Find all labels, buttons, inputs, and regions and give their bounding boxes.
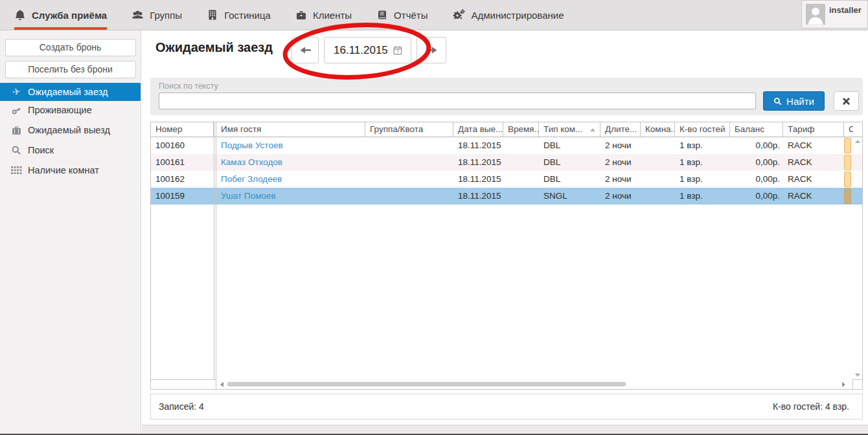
cell-number: 100160 xyxy=(151,137,214,154)
cell-duration: 2 ночи xyxy=(600,171,641,188)
column-header-status[interactable]: С xyxy=(844,122,853,137)
column-header-guest-name[interactable]: Имя гостя xyxy=(216,122,365,137)
cell-status xyxy=(844,137,853,154)
column-header-group-quota[interactable]: Группа/Квота xyxy=(365,122,453,137)
app-window: Служба приёма Группы Гостиница Клиенты О… xyxy=(0,0,868,435)
cell-room xyxy=(641,154,675,171)
find-button[interactable]: Найти xyxy=(763,91,825,111)
bell-icon xyxy=(14,9,26,21)
cell-departure-date: 18.11.2015 xyxy=(453,171,503,188)
cell-group-quota xyxy=(365,171,453,188)
scroll-down-arrow-icon[interactable] xyxy=(855,374,860,377)
column-header-departure-date[interactable]: Дата вые... xyxy=(453,122,503,137)
status-color-chip xyxy=(844,155,851,170)
sidebar-item-label: Наличие комнат xyxy=(28,165,99,175)
key-icon xyxy=(10,104,22,116)
building-icon xyxy=(207,9,218,21)
horizontal-scroll-thumb[interactable] xyxy=(227,382,626,386)
clear-search-button[interactable] xyxy=(834,91,859,111)
cell-time xyxy=(503,154,539,171)
cell-guest-name[interactable]: Подрыв Устоев xyxy=(216,137,365,154)
table-row[interactable]: 100160 Подрыв Устоев 18.11.2015 DBL 2 но… xyxy=(151,137,862,154)
nav-item-groups[interactable]: Группы xyxy=(131,0,182,30)
avatar xyxy=(806,4,825,25)
nav-item-hotel[interactable]: Гостиница xyxy=(207,0,271,30)
horizontal-scrollbar[interactable] xyxy=(151,379,862,389)
cell-guest-count: 1 взр. xyxy=(675,154,730,171)
guests-total: К-во гостей: 4 взр. xyxy=(773,401,849,412)
cell-balance: 0,00р. xyxy=(730,137,783,154)
vertical-scrollbar[interactable] xyxy=(853,137,862,379)
cell-number: 100162 xyxy=(151,171,214,188)
top-navigation-bar: Служба приёма Группы Гостиница Клиенты О… xyxy=(0,0,868,30)
cell-departure-date: 18.11.2015 xyxy=(453,188,503,205)
cell-room-type: DBL xyxy=(539,154,600,171)
next-day-button[interactable] xyxy=(417,37,446,63)
svg-text:7: 7 xyxy=(396,49,399,54)
sidebar-item-label: Ожидаемый заезд xyxy=(28,87,108,97)
cell-guest-name[interactable]: Камаз Отходов xyxy=(216,154,365,171)
table-row[interactable]: 100161 Камаз Отходов 18.11.2015 DBL 2 но… xyxy=(151,154,862,171)
cell-balance: 0,00р. xyxy=(730,154,783,171)
column-header-balance[interactable]: Баланс xyxy=(730,122,783,137)
table-row-selected[interactable]: 100159 Ушат Помоев 18.11.2015 SNGL 2 ноч… xyxy=(151,188,862,205)
cell-guest-name[interactable]: Побег Злодеев xyxy=(216,171,365,188)
table-row[interactable]: 100162 Побег Злодеев 18.11.2015 DBL 2 но… xyxy=(151,171,862,188)
cell-guest-name[interactable]: Ушат Помоев xyxy=(216,188,365,205)
nav-item-clients[interactable]: Клиенты xyxy=(295,0,352,30)
nav-item-label: Администрирование xyxy=(471,10,564,21)
cell-room-type: DBL xyxy=(539,137,600,154)
bottom-strip xyxy=(142,425,868,434)
nav-item-reception[interactable]: Служба приёма xyxy=(14,0,107,30)
previous-day-button[interactable] xyxy=(291,37,319,63)
sidebar-item-room-availability[interactable]: Наличие комнат xyxy=(5,161,135,179)
column-header-room[interactable]: Комна... xyxy=(641,122,675,137)
search-icon xyxy=(773,97,782,106)
calendar-icon[interactable]: 7 xyxy=(393,45,402,55)
table-header-row: Номер Имя гостя Группа/Квота Дата вые...… xyxy=(151,122,862,137)
cell-duration: 2 ночи xyxy=(600,137,641,154)
sidebar-item-search[interactable]: Поиск xyxy=(5,141,135,159)
date-input[interactable] xyxy=(334,44,393,57)
scroll-left-arrow-icon[interactable] xyxy=(220,382,223,387)
search-input[interactable] xyxy=(159,93,756,109)
checkin-without-booking-button[interactable]: Поселить без брони xyxy=(5,61,136,78)
scrollbar-corner xyxy=(852,379,862,389)
status-color-chip xyxy=(844,138,851,153)
cell-departure-date: 18.11.2015 xyxy=(453,137,503,154)
scroll-up-arrow-icon[interactable] xyxy=(855,140,860,143)
cell-status xyxy=(844,154,853,171)
sidebar-item-expected-arrival[interactable]: ✈ Ожидаемый заезд xyxy=(0,83,141,101)
cell-time xyxy=(503,188,539,205)
sidebar-item-label: Поиск xyxy=(28,145,54,155)
people-icon xyxy=(131,10,144,21)
column-header-number[interactable]: Номер xyxy=(151,122,214,137)
scroll-right-arrow-icon[interactable] xyxy=(842,382,845,387)
book-icon xyxy=(376,10,388,21)
user-badge[interactable]: installer xyxy=(801,0,868,28)
column-header-guest-count[interactable]: К-во гостей xyxy=(675,122,730,137)
column-header-tariff[interactable]: Тариф xyxy=(783,122,844,137)
search-panel: Поиск по тексту Найти xyxy=(150,78,863,115)
gears-icon xyxy=(452,9,465,21)
frozen-column-scroll-box xyxy=(151,379,216,389)
sidebar: Создать бронь Поселить без брони ✈ Ожида… xyxy=(0,30,141,434)
column-header-time[interactable]: Время... xyxy=(503,122,539,137)
column-header-duration[interactable]: Длите... xyxy=(600,122,641,137)
column-header-room-type[interactable]: Тип ком... xyxy=(539,122,600,137)
cell-room-type: DBL xyxy=(539,171,600,188)
nav-item-label: Служба приёма xyxy=(32,10,107,21)
main-content: Ожидаемый заезд 7 Поиск по тексту Найти xyxy=(142,30,868,425)
nav-item-reports[interactable]: Отчёты xyxy=(376,0,428,30)
sidebar-item-residents[interactable]: Проживающие xyxy=(5,101,135,119)
cell-guest-count: 1 взр. xyxy=(675,137,730,154)
page-title: Ожидаемый заезд xyxy=(155,40,273,55)
create-booking-button[interactable]: Создать бронь xyxy=(5,39,136,56)
sidebar-item-expected-departure[interactable]: Ожидаемый выезд xyxy=(5,121,135,139)
cell-room xyxy=(641,137,675,154)
sidebar-item-label: Проживающие xyxy=(28,105,92,115)
status-color-chip xyxy=(844,188,851,204)
cell-balance: 0,00р. xyxy=(730,188,783,205)
find-button-label: Найти xyxy=(786,96,814,107)
nav-item-administration[interactable]: Администрирование xyxy=(452,0,564,30)
